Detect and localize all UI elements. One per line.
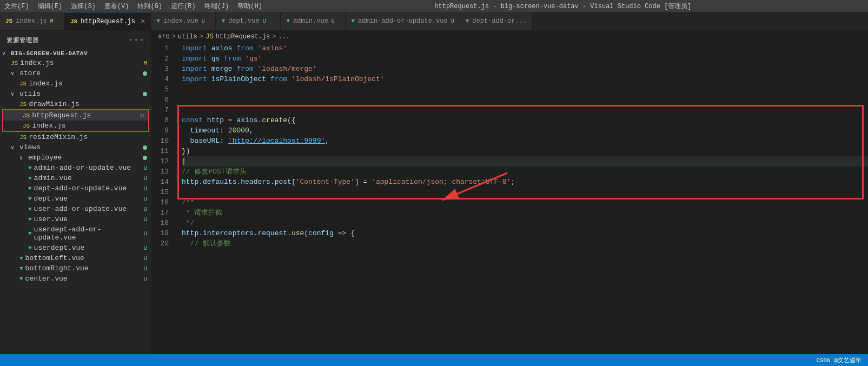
sidebar-item-dept-add-or-update[interactable]: ▼ dept-add-or-update.vue U [0, 183, 151, 194]
tab-icon-vue: ▼ [156, 18, 160, 24]
js-icon: JS [19, 101, 26, 108]
sidebar-item-user-add-or-update[interactable]: ▼ user-add-or-update.vue U [0, 204, 151, 214]
menu-file[interactable]: 文件(F) [4, 2, 29, 11]
sidebar-item-employee-folder[interactable]: ∨ employee [0, 152, 151, 163]
folder-modified-dot [143, 71, 147, 76]
sidebar-item-admin-vue[interactable]: ▼ admin.vue U [0, 173, 151, 183]
file-badge: U [143, 185, 147, 192]
tab-index-vue[interactable]: ▼ index.vue U [151, 12, 216, 30]
sidebar-item-utils-folder[interactable]: ∨ utils [0, 89, 151, 99]
tab-dept-vue[interactable]: ▼ dept.vue U [216, 12, 281, 30]
file-label: admin.vue [34, 174, 144, 182]
breadcrumb: src > utils > JS httpRequest.js > ... [151, 31, 868, 43]
file-label: user-add-or-update.vue [34, 205, 144, 213]
vue-icon: ▼ [28, 230, 32, 237]
tab-icon-vue: ▼ [351, 18, 355, 24]
editor-area: src > utils > JS httpRequest.js > ... 12… [151, 31, 868, 354]
sidebar: 资源管理器 ··· ∨ BIG-SCREEN-VUE-DATAV JS inde… [0, 31, 151, 354]
tab-icon-vue: ▼ [286, 18, 290, 24]
tab-index-js[interactable]: JS index.js M [0, 12, 65, 30]
file-label: index.js [20, 59, 143, 67]
tab-label: dept-add-or... [472, 17, 527, 25]
tab-dept-add-or[interactable]: ▼ dept-add-or... [460, 12, 533, 30]
folder-modified-dot [143, 145, 147, 150]
menu-select[interactable]: 选择(S) [71, 2, 96, 11]
sidebar-item-userdept-add-or-update[interactable]: ▼ userdept-add-or-update.vue U [0, 224, 151, 243]
sidebar-item-drawmixin[interactable]: JS drawMixin.js [0, 99, 151, 109]
sidebar-item-user-vue[interactable]: ▼ user.vue U [0, 214, 151, 224]
tab-admin-add-or-update-vue[interactable]: ▼ admin-add-or-update.vue U [346, 12, 460, 30]
menu-run[interactable]: 运行(R) [171, 2, 196, 11]
code-line-4: import isPlainObject from 'lodash/isPlai… [182, 74, 868, 84]
sidebar-item-store-index-js[interactable]: JS index.js [0, 78, 151, 89]
folder-label: utils [19, 90, 143, 98]
breadcrumb-utils: utils [178, 33, 197, 41]
sidebar-item-index-js[interactable]: JS index.js M [0, 58, 151, 68]
code-line-17: * 请求拦截 [182, 208, 868, 218]
tab-label: index.vue [163, 17, 198, 25]
tab-badge-modified: M [50, 18, 54, 24]
sidebar-item-store-folder[interactable]: ∨ store [0, 68, 151, 78]
tab-label: dept.vue [228, 17, 260, 25]
menu-view[interactable]: 查看(V) [104, 2, 129, 11]
sidebar-item-bottomright-vue[interactable]: ▼ bottomRight.vue U [0, 263, 151, 274]
code-line-19: http.interceptors.request.use(config => … [182, 228, 868, 238]
code-with-overlay: import axios from 'axios' import qs from… [177, 43, 868, 354]
file-badge: U [143, 265, 147, 272]
code-line-9: timeout: 20000, [182, 125, 868, 136]
sidebar-item-views-folder[interactable]: ∨ views [0, 142, 151, 152]
sidebar-item-resizemixin[interactable]: JS resizeMixin.js [0, 132, 151, 142]
code-line-6 [182, 95, 868, 105]
tab-label-active: httpRequest.js [81, 18, 135, 25]
menu-edit[interactable]: 编辑(E) [38, 2, 63, 11]
menu-terminal[interactable]: 终端(J) [204, 2, 229, 11]
file-label: userdept.vue [34, 244, 144, 252]
code-line-13: // 修改POST请求头 [182, 167, 868, 177]
code-line-16: /** [182, 197, 868, 208]
tab-admin-vue[interactable]: ▼ admin.vue U [281, 12, 346, 30]
sidebar-item-admin-add-or-update[interactable]: ▼ admin-add-or-update.vue U [0, 163, 151, 173]
file-label: httpRequest.js [32, 111, 140, 119]
menu-help[interactable]: 帮助(H) [237, 2, 262, 11]
code-line-15 [182, 187, 868, 197]
title-bar: 文件(F) 编辑(E) 选择(S) 查看(V) 转到(G) 运行(R) 终端(J… [0, 0, 868, 12]
sidebar-item-httprequest-js[interactable]: JS httpRequest.js U [3, 110, 148, 121]
tab-badge-u: U [451, 18, 454, 24]
folder-modified-dot [143, 92, 147, 96]
file-label: index.js [29, 79, 151, 88]
code-line-11: }) [182, 146, 868, 156]
menu-bar[interactable]: 文件(F) 编辑(E) 选择(S) 查看(V) 转到(G) 运行(R) 终端(J… [4, 2, 262, 11]
js-icon: JS [19, 81, 26, 87]
sidebar-menu-dots[interactable]: ··· [128, 35, 145, 45]
tab-httprequest-js[interactable]: JS httpRequest.js × [65, 12, 151, 30]
vue-icon: ▼ [28, 216, 32, 223]
js-icon: JS [23, 112, 30, 119]
status-bar: CSDN @文艺倔年 [0, 354, 868, 366]
sidebar-item-userdept-vue[interactable]: ▼ userdept.vue U [0, 243, 151, 253]
sidebar-title: 资源管理器 [6, 36, 39, 44]
tab-close-button[interactable]: × [141, 17, 145, 26]
file-label: dept.vue [34, 195, 144, 203]
sidebar-root-folder[interactable]: ∨ BIG-SCREEN-VUE-DATAV [0, 49, 151, 58]
code-content[interactable]: import axios from 'axios' import qs from… [177, 43, 868, 249]
js-icon: JS [19, 134, 26, 141]
chevron-icon: ∨ [11, 70, 19, 77]
file-badge: U [143, 276, 147, 282]
code-line-20: // 默认参数 [182, 238, 868, 249]
menu-goto[interactable]: 转到(G) [137, 2, 162, 11]
vue-icon: ▼ [28, 185, 32, 192]
window-title: httpRequest.js - big-screen-vue-datav - … [262, 2, 864, 11]
code-container: 12345 678910 1112131415 1617181920 [151, 43, 868, 354]
sidebar-item-bottomleft-vue[interactable]: ▼ bottomLeft.vue U [0, 253, 151, 263]
status-bar-text: CSDN @文艺倔年 [816, 356, 862, 364]
root-folder-label: BIG-SCREEN-VUE-DATAV [11, 50, 88, 57]
file-badge: U [143, 245, 147, 251]
sidebar-item-utils-index-js[interactable]: JS index.js [3, 121, 148, 131]
file-label: bottomRight.vue [25, 264, 144, 272]
file-label: userdept-add-or-update.vue [34, 225, 144, 242]
tab-badge-u: U [202, 18, 205, 24]
sidebar-item-center-vue[interactable]: ▼ center.vue U [0, 274, 151, 284]
sidebar-item-dept-vue[interactable]: ▼ dept.vue U [0, 194, 151, 204]
main-content: 资源管理器 ··· ∨ BIG-SCREEN-VUE-DATAV JS inde… [0, 31, 868, 354]
code-line-7 [182, 105, 868, 115]
